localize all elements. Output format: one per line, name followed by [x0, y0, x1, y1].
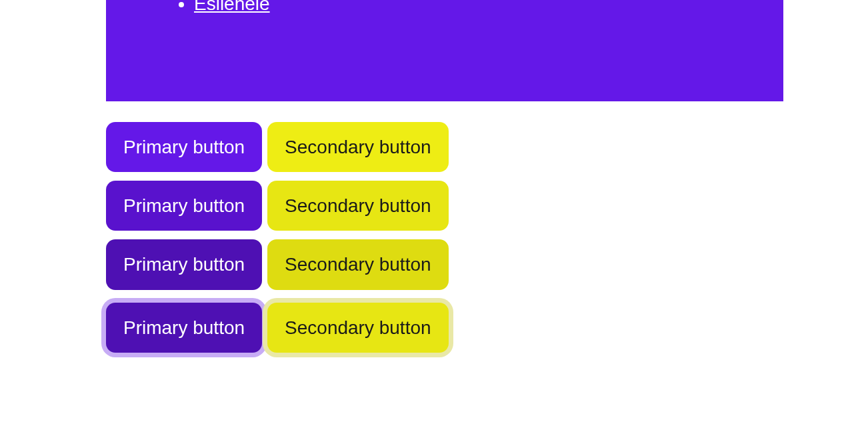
secondary-button[interactable]: Secondary button — [267, 181, 449, 231]
button-row-hover: Primary button Secondary button — [106, 181, 868, 231]
button-demo-area: Primary button Secondary button Primary … — [106, 122, 868, 353]
secondary-button[interactable]: Secondary button — [267, 303, 449, 353]
header-panel: Esilehele — [106, 0, 783, 101]
secondary-button[interactable]: Secondary button — [267, 122, 449, 172]
primary-button[interactable]: Primary button — [106, 181, 262, 231]
primary-button[interactable]: Primary button — [106, 303, 262, 353]
button-row-default: Primary button Secondary button — [106, 122, 868, 172]
secondary-button[interactable]: Secondary button — [267, 239, 449, 289]
primary-button[interactable]: Primary button — [106, 239, 262, 289]
nav-list-item: Esilehele — [194, 0, 270, 15]
nav-list: Esilehele — [194, 0, 270, 15]
home-link[interactable]: Esilehele — [194, 0, 270, 14]
primary-button[interactable]: Primary button — [106, 122, 262, 172]
button-row-active: Primary button Secondary button — [106, 239, 868, 289]
button-row-focus: Primary button Secondary button — [106, 303, 868, 353]
